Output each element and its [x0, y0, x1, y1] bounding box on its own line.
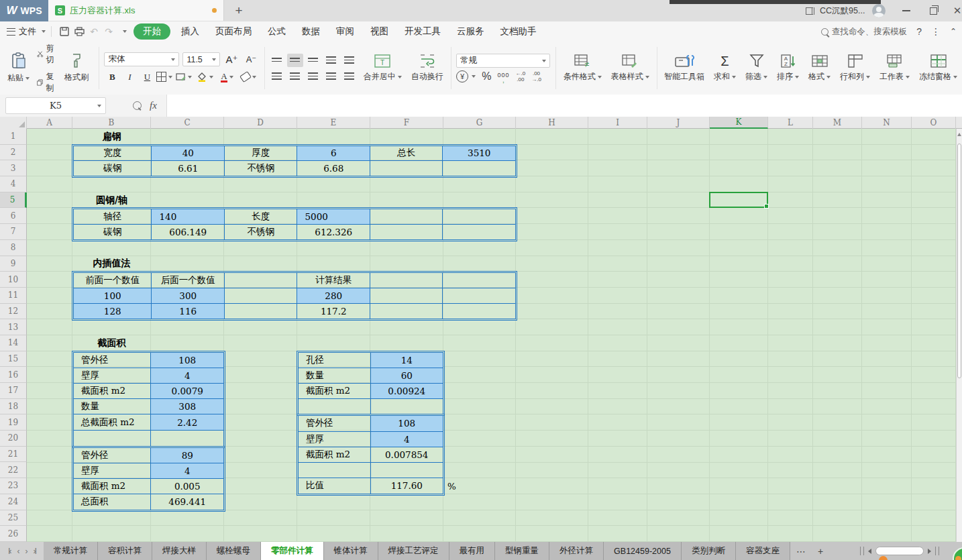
- cell[interactable]: 308: [151, 399, 223, 414]
- avatar[interactable]: [872, 4, 886, 17]
- cell[interactable]: [225, 304, 298, 319]
- row-header[interactable]: 12: [0, 304, 27, 320]
- cell[interactable]: 不锈钢: [225, 225, 298, 239]
- format-painter-button[interactable]: 格式刷: [60, 50, 93, 86]
- cell[interactable]: 碳钢: [74, 161, 152, 176]
- cell[interactable]: 40: [152, 146, 225, 161]
- cell[interactable]: 截面积 m2: [299, 447, 371, 463]
- row-header[interactable]: 7: [0, 224, 27, 240]
- column-header[interactable]: D: [224, 117, 297, 129]
- row-header[interactable]: 24: [0, 494, 27, 510]
- more-menu-icon[interactable]: ⋮: [931, 26, 941, 37]
- align-bottom-button[interactable]: [305, 54, 321, 67]
- filter-button[interactable]: 筛选: [741, 42, 772, 95]
- save-icon[interactable]: [57, 25, 72, 38]
- next-sheet-icon[interactable]: ›: [25, 547, 27, 556]
- column-header[interactable]: K: [710, 117, 768, 129]
- cell[interactable]: [371, 463, 443, 478]
- cell[interactable]: 厚度: [225, 146, 298, 161]
- cell[interactable]: [443, 273, 515, 288]
- cell[interactable]: 128: [74, 304, 152, 319]
- sheet-tab[interactable]: 型钢重量: [495, 542, 549, 560]
- menu-tab-插入[interactable]: 插入: [173, 23, 207, 40]
- sheet-tab[interactable]: 外径计算: [549, 542, 604, 560]
- column-header[interactable]: E: [297, 117, 370, 129]
- fill-handle[interactable]: [764, 204, 769, 209]
- decrease-indent-button[interactable]: [323, 54, 339, 67]
- row-header[interactable]: 18: [0, 399, 27, 415]
- horizontal-scroll-thumb[interactable]: [875, 547, 924, 555]
- cell[interactable]: 管外径: [299, 416, 371, 431]
- row-header[interactable]: 9: [0, 256, 27, 272]
- cut-button[interactable]: 剪切: [34, 42, 60, 67]
- row-header[interactable]: 20: [0, 431, 27, 447]
- cell[interactable]: 壁厚: [299, 432, 371, 447]
- column-header[interactable]: L: [768, 117, 813, 129]
- scroll-right-icon[interactable]: [928, 549, 931, 554]
- minimize-button[interactable]: [894, 0, 919, 21]
- cell[interactable]: 数量: [74, 399, 151, 414]
- column-header[interactable]: J: [647, 117, 710, 129]
- column-header[interactable]: H: [516, 117, 588, 129]
- scroll-left-icon[interactable]: [868, 549, 871, 554]
- table-style-button[interactable]: 表格样式: [606, 42, 654, 95]
- cell[interactable]: 宽度: [74, 146, 152, 161]
- sheet-tab[interactable]: 常规计算: [44, 542, 98, 560]
- cell[interactable]: 截面积 m2: [74, 479, 151, 494]
- column-header[interactable]: A: [27, 117, 72, 129]
- cell[interactable]: 300: [152, 288, 225, 304]
- row-header[interactable]: 15: [0, 351, 27, 368]
- row-header[interactable]: 14: [0, 335, 27, 351]
- justify-button[interactable]: [323, 70, 339, 83]
- row-header[interactable]: 4: [0, 176, 27, 192]
- h-split-handle-left[interactable]: [860, 547, 864, 555]
- undo-icon[interactable]: ↶: [87, 25, 101, 38]
- row-header[interactable]: 1: [0, 129, 27, 145]
- scroll-up-icon[interactable]: [957, 133, 961, 136]
- cell[interactable]: 280: [297, 288, 370, 304]
- column-header[interactable]: N: [862, 117, 912, 129]
- row-header[interactable]: 26: [0, 526, 27, 542]
- cell[interactable]: 3510: [443, 146, 515, 161]
- align-middle-button[interactable]: [287, 54, 303, 67]
- cell[interactable]: 后面一个数值: [152, 273, 225, 288]
- column-header[interactable]: C: [151, 117, 224, 129]
- cell[interactable]: 0.0079: [151, 384, 223, 399]
- cell[interactable]: [443, 209, 515, 224]
- italic-button[interactable]: I: [121, 70, 138, 85]
- collapse-ribbon-icon[interactable]: ⌃: [950, 27, 957, 36]
- sheet-tab[interactable]: 螺栓螺母: [207, 542, 261, 560]
- cell[interactable]: [151, 431, 223, 446]
- align-center-button[interactable]: [287, 70, 303, 83]
- cell[interactable]: 4: [371, 432, 443, 447]
- sheet-tab[interactable]: 零部件计算: [261, 542, 324, 560]
- help-button[interactable]: ?: [916, 26, 922, 37]
- smart-toolbox-button[interactable]: 智能工具箱: [659, 42, 709, 95]
- currency-format-button[interactable]: ¥: [456, 70, 476, 82]
- wrap-text-button[interactable]: 自动换行: [407, 42, 448, 95]
- sort-button[interactable]: AZ 排序: [772, 42, 804, 95]
- row-header[interactable]: 21: [0, 447, 27, 463]
- freeze-panes-button[interactable]: 冻结窗格: [914, 42, 962, 95]
- formula-input[interactable]: [166, 95, 962, 117]
- cell[interactable]: 117.2: [297, 304, 370, 319]
- cell[interactable]: 60: [371, 368, 443, 384]
- decrease-font-button[interactable]: A⁻: [243, 52, 259, 67]
- row-header[interactable]: 6: [0, 208, 27, 224]
- column-header[interactable]: M: [813, 117, 862, 129]
- search-function-icon[interactable]: [133, 101, 142, 110]
- more-sheets-button[interactable]: ⋯: [790, 542, 812, 560]
- cell[interactable]: [299, 399, 371, 414]
- cell[interactable]: 长度: [225, 209, 298, 224]
- cell[interactable]: 计算结果: [297, 273, 370, 288]
- cell[interactable]: [299, 463, 371, 478]
- cell[interactable]: [370, 161, 443, 176]
- sheet-tab[interactable]: 容积计算: [98, 542, 152, 560]
- row-header[interactable]: 16: [0, 367, 27, 383]
- close-button[interactable]: ✕: [945, 0, 962, 21]
- cell[interactable]: 117.60: [371, 478, 443, 494]
- select-all-corner[interactable]: [0, 117, 27, 129]
- row-header[interactable]: 2: [0, 145, 27, 161]
- cell[interactable]: 140: [152, 209, 225, 224]
- column-header[interactable]: B: [72, 117, 151, 129]
